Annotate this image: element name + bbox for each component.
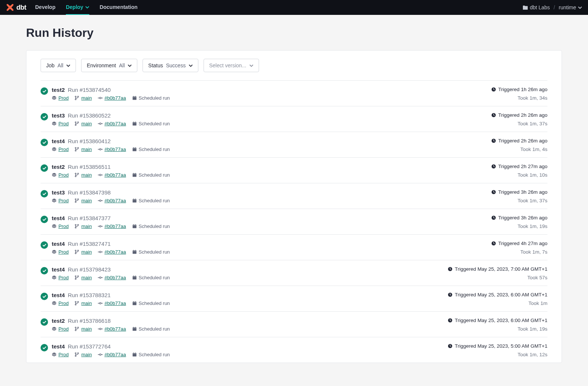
run-row[interactable]: test2 Run #153786618 Prod main #b0b77aa xyxy=(41,311,547,337)
run-row[interactable]: test3 Run #153860522 Prod main #b0b77aa xyxy=(41,106,547,132)
filter-bar: Job All Environment All Status Success S… xyxy=(26,51,562,80)
branch-link[interactable]: main xyxy=(74,249,92,255)
duration: Took 57s xyxy=(448,275,547,280)
branch-link[interactable]: main xyxy=(74,275,92,280)
git-commit-icon xyxy=(98,121,103,126)
layers-icon xyxy=(52,275,57,280)
env-link[interactable]: Prod xyxy=(52,352,68,357)
duration: Took 1m, 34s xyxy=(491,95,547,101)
commit-link[interactable]: #b0b77aa xyxy=(98,275,126,280)
duration: Took 1m, 19s xyxy=(491,223,547,229)
run-row[interactable]: test3 Run #153847398 Prod main #b0b77aa xyxy=(41,183,547,209)
git-commit-icon xyxy=(98,327,103,331)
status-success-icon xyxy=(41,190,48,197)
branch-link[interactable]: main xyxy=(74,300,92,306)
run-meta: Prod main #b0b77aa Scheduled run xyxy=(52,352,448,357)
clock-icon xyxy=(491,113,496,118)
commit-link[interactable]: #b0b77aa xyxy=(98,300,126,306)
run-type: Scheduled run xyxy=(132,300,170,306)
run-row[interactable]: test4 Run #153847377 Prod main #b0b77aa xyxy=(41,209,547,234)
run-type: Scheduled run xyxy=(132,326,170,332)
run-row[interactable]: test4 Run #153827471 Prod main #b0b77aa xyxy=(41,234,547,260)
git-commit-icon xyxy=(98,147,103,152)
env-link[interactable]: Prod xyxy=(52,223,68,229)
project-picker[interactable]: runtime xyxy=(559,4,582,10)
run-row[interactable]: test4 Run #153772764 Prod main #b0b77aa xyxy=(41,337,547,363)
svg-rect-75 xyxy=(132,353,136,354)
duration: Took 1m, 37s xyxy=(491,198,547,203)
run-id: Run #153847377 xyxy=(68,215,111,221)
commit-link[interactable]: #b0b77aa xyxy=(98,249,126,255)
run-row[interactable]: test4 Run #153788321 Prod main #b0b77aa xyxy=(41,286,547,311)
run-type: Scheduled run xyxy=(132,198,170,203)
run-right: Triggered May 25, 2023, 7:00 AM GMT+1 To… xyxy=(448,266,547,280)
commit-link[interactable]: #b0b77aa xyxy=(98,95,126,101)
svg-point-45 xyxy=(99,251,101,252)
nav-documentation[interactable]: Documentation xyxy=(100,0,138,15)
svg-point-73 xyxy=(99,354,101,355)
commit-link[interactable]: #b0b77aa xyxy=(98,121,126,126)
env-link[interactable]: Prod xyxy=(52,121,68,126)
calendar-icon xyxy=(132,301,137,306)
job-name: test4 xyxy=(52,343,65,350)
commit-link[interactable]: #b0b77aa xyxy=(98,198,126,203)
branch-link[interactable]: main xyxy=(74,95,92,101)
commit-link[interactable]: #b0b77aa xyxy=(98,352,126,357)
env-link[interactable]: Prod xyxy=(52,249,68,255)
run-main: test4 Run #153827471 Prod main #b0b77aa xyxy=(52,241,491,255)
branch-link[interactable]: main xyxy=(74,352,92,357)
run-title: test4 Run #153827471 xyxy=(52,241,491,247)
env-link[interactable]: Prod xyxy=(52,198,68,203)
commit-link[interactable]: #b0b77aa xyxy=(98,223,126,229)
filter-job[interactable]: Job All xyxy=(41,59,76,72)
branch-link[interactable]: main xyxy=(74,223,92,229)
env-link[interactable]: Prod xyxy=(52,147,68,152)
svg-rect-12 xyxy=(132,122,136,123)
duration: Took 1m, 12s xyxy=(448,352,547,357)
svg-point-64 xyxy=(75,330,76,331)
run-row[interactable]: test2 Run #153856511 Prod main #b0b77aa xyxy=(41,157,547,183)
svg-point-2 xyxy=(78,96,79,97)
branch-link[interactable]: main xyxy=(74,326,92,332)
nav-develop[interactable]: Develop xyxy=(35,0,55,15)
svg-point-0 xyxy=(75,96,76,97)
branch-link[interactable]: main xyxy=(74,198,92,203)
commit-link[interactable]: #b0b77aa xyxy=(98,172,126,178)
run-id: Run #153860412 xyxy=(68,138,111,144)
org-picker[interactable]: dbt Labs xyxy=(523,4,550,10)
run-main: test3 Run #153860522 Prod main #b0b77aa xyxy=(52,112,491,126)
env-link[interactable]: Prod xyxy=(52,172,68,178)
brand-text: dbt xyxy=(16,4,26,12)
filter-environment[interactable]: Environment All xyxy=(81,59,137,72)
clock-icon xyxy=(448,267,453,271)
commit-link[interactable]: #b0b77aa xyxy=(98,147,126,152)
layers-icon xyxy=(52,198,57,203)
env-link[interactable]: Prod xyxy=(52,300,68,306)
filter-version[interactable]: Select version... xyxy=(204,59,259,72)
brand-logo[interactable]: dbt xyxy=(6,3,26,12)
run-right: Triggered 1h 26m ago Took 1m, 34s xyxy=(491,87,547,101)
run-row[interactable]: test2 Run #153874540 Prod main #b0b77aa xyxy=(41,80,547,106)
run-row[interactable]: test4 Run #153860412 Prod main #b0b77aa xyxy=(41,132,547,157)
env-link[interactable]: Prod xyxy=(52,326,68,332)
filter-status[interactable]: Status Success xyxy=(143,59,198,72)
env-link[interactable]: Prod xyxy=(52,275,68,280)
svg-point-58 xyxy=(78,301,79,302)
run-id: Run #153772764 xyxy=(68,343,111,350)
nav-deploy[interactable]: Deploy xyxy=(66,0,89,15)
svg-point-66 xyxy=(99,328,101,329)
run-title: test2 Run #153874540 xyxy=(52,87,491,93)
run-id: Run #153786618 xyxy=(68,318,111,324)
job-name: test2 xyxy=(52,164,65,170)
svg-point-24 xyxy=(99,174,101,176)
run-row[interactable]: test4 Run #153798423 Prod main #b0b77aa xyxy=(41,260,547,286)
branch-link[interactable]: main xyxy=(74,172,92,178)
run-title: test3 Run #153847398 xyxy=(52,189,491,196)
run-right: Triggered May 25, 2023, 6:00 AM GMT+1 To… xyxy=(448,318,547,332)
branch-link[interactable]: main xyxy=(74,121,92,126)
svg-point-51 xyxy=(78,276,79,277)
env-link[interactable]: Prod xyxy=(52,95,68,101)
branch-link[interactable]: main xyxy=(74,147,92,152)
run-title: test4 Run #153860412 xyxy=(52,138,491,144)
commit-link[interactable]: #b0b77aa xyxy=(98,326,126,332)
